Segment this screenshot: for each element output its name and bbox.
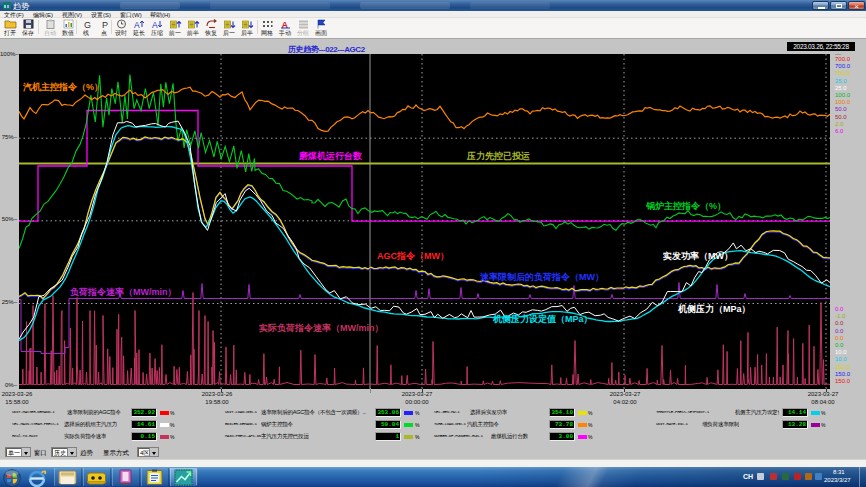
svg-text:压力先控已投运: 压力先控已投运	[466, 150, 530, 160]
svg-text:A: A	[134, 20, 140, 30]
svg-text:速率限制后的负荷指令（MW）: 速率限制后的负荷指令（MW）	[480, 271, 604, 281]
svg-text:G: G	[84, 20, 91, 30]
svg-text:负荷指令速率（MW/min）: 负荷指令速率（MW/min）	[69, 286, 177, 296]
svg-text:A: A	[152, 20, 158, 30]
svg-text:机侧压力设定值（MPa）: 机侧压力设定值（MPa）	[492, 313, 593, 323]
svg-text:实发功率（MW）: 实发功率（MW）	[663, 250, 733, 260]
svg-text:锅炉主控指令（%）: 锅炉主控指令（%）	[645, 200, 726, 210]
svg-text:磨煤机运行台数: 磨煤机运行台数	[298, 150, 363, 160]
svg-text:实际负荷指令速率（MW/min）: 实际负荷指令速率（MW/min）	[259, 322, 384, 332]
svg-text:汽机主控指令（%）: 汽机主控指令（%）	[22, 81, 103, 91]
svg-text:机侧压力（MPa）: 机侧压力（MPa）	[677, 303, 751, 313]
svg-text:AGC指令（MW）: AGC指令（MW）	[377, 250, 449, 260]
svg-text:P: P	[102, 20, 108, 30]
